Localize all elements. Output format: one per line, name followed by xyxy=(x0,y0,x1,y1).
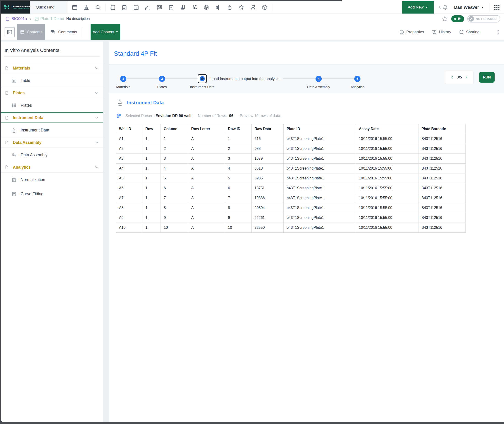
number-of-rows-value: 96 xyxy=(229,113,233,118)
table-cell: 2 xyxy=(225,144,252,154)
history-button[interactable]: History xyxy=(432,29,451,35)
table-cell: 10 xyxy=(161,223,188,233)
favorite-star-button[interactable] xyxy=(442,16,448,22)
molecule-icon[interactable] xyxy=(191,4,198,11)
step-2-plates[interactable]: 2Plates xyxy=(159,76,165,82)
quick-find-input[interactable]: Quick Find xyxy=(30,1,68,13)
analysis-chart-icon xyxy=(34,17,39,21)
table-cell: b43T1ScreeningPlate1 xyxy=(284,134,356,144)
table-cell: 22550 xyxy=(252,223,284,233)
sidebar-item-curve-fitting[interactable]: Curve Fitting xyxy=(1,187,103,201)
sidebar-section-plates[interactable]: Plates xyxy=(1,88,103,98)
table-cell: B43T112516 xyxy=(418,223,466,233)
step-connector xyxy=(322,78,354,79)
user-icon[interactable] xyxy=(250,4,256,11)
step-5-analytics[interactable]: 5Analytics xyxy=(354,76,360,82)
appbar-icon-group-primary xyxy=(68,1,105,13)
sharing-status-pill[interactable]: NOT SHARED xyxy=(467,15,500,23)
table-cell: B43T112516 xyxy=(418,183,466,193)
search-icon[interactable] xyxy=(95,4,101,11)
preview-note: Preview 10 rows of data. xyxy=(240,113,281,118)
breadcrumb-entry-link[interactable]: Plate 1 Demo xyxy=(40,17,64,21)
table-cell: A2 xyxy=(116,144,142,154)
history-icon xyxy=(432,29,437,35)
column-header: Raw Data xyxy=(252,124,284,134)
divider xyxy=(272,3,272,11)
grid-dots-icon xyxy=(12,103,17,108)
form-icon[interactable] xyxy=(72,4,78,11)
table-cell: 10/11/2016 15:55:00 xyxy=(356,213,418,223)
sidebar-item-label: Instrument Data xyxy=(21,128,49,133)
clipboard-icon[interactable] xyxy=(121,4,128,11)
file-icon xyxy=(5,66,9,70)
pager-previous-button[interactable] xyxy=(451,75,454,79)
step-label: Instrument Data xyxy=(190,85,215,89)
table-row: A313A31679b43T1ScreeningPlate110/11/2016… xyxy=(116,154,466,164)
caret-down-icon xyxy=(481,7,484,9)
step-4-data-assembly[interactable]: 4Data Assembly xyxy=(315,76,322,82)
sidebar-section-analytics[interactable]: Analytics xyxy=(1,162,103,173)
speaker-icon[interactable] xyxy=(215,4,221,11)
bell-icon xyxy=(442,4,448,10)
step-connector xyxy=(283,78,315,79)
run-button[interactable]: RUN xyxy=(479,72,495,83)
share-icon xyxy=(459,29,464,35)
bar-chart-icon[interactable] xyxy=(83,4,89,11)
tasks-icon[interactable] xyxy=(168,4,174,11)
lab-flask-icon[interactable] xyxy=(180,4,186,11)
more-options-button[interactable] xyxy=(495,29,501,35)
round-flask-icon[interactable] xyxy=(227,4,233,11)
company-logo[interactable]: HOPPER BIOPHARMA SQUASHING BUGS xyxy=(1,1,30,13)
step-3-instrument-data[interactable]: Instrument Data xyxy=(198,74,207,83)
sidebar-section-data-assembly[interactable]: Data Assembly xyxy=(1,137,103,148)
star-icon[interactable] xyxy=(238,4,245,11)
table-cell: 6 xyxy=(161,183,188,193)
properties-button[interactable]: Properties xyxy=(399,29,424,35)
step-number: 5 xyxy=(354,76,360,82)
add-content-button[interactable]: Add Content xyxy=(91,24,120,40)
message-shuffle-icon[interactable] xyxy=(156,4,163,11)
add-new-button[interactable]: Add New xyxy=(402,1,434,13)
sidebar-item-table[interactable]: Table xyxy=(1,73,103,88)
hexagon-cd-icon[interactable]: CD xyxy=(203,4,209,11)
tab-comments[interactable]: Comments xyxy=(50,29,77,35)
line-chart-icon[interactable] xyxy=(145,4,151,11)
tab-contents[interactable]: Contents xyxy=(17,24,45,40)
table-cell: 20394 xyxy=(252,203,284,213)
section-title[interactable]: Instrument Data xyxy=(127,100,164,105)
sidebar-item-normalization[interactable]: Normalization xyxy=(1,173,103,187)
calendar-icon[interactable] xyxy=(133,4,139,11)
comment-count-badge[interactable]: 0 xyxy=(451,15,464,22)
table-row: A818A820394b43T1ScreeningPlate110/11/201… xyxy=(116,203,466,213)
notebook-icon[interactable] xyxy=(110,4,116,11)
sidebar-item-data-assembly[interactable]: ⚙⚙Data Assembly xyxy=(1,148,103,162)
chevron-down-icon xyxy=(94,165,99,169)
table-grid-icon xyxy=(12,78,17,83)
sidebar-section-instrument-data[interactable]: Instrument Data xyxy=(1,112,103,123)
selected-parser-value: Envision DR 96-well xyxy=(155,113,191,118)
notifications-button[interactable]: 0 xyxy=(439,4,448,10)
step-1-materials[interactable]: 1Materials xyxy=(120,76,126,82)
window-frame-left xyxy=(0,0,1,424)
table-cell: A xyxy=(188,154,225,164)
table-cell: 3618 xyxy=(252,164,284,174)
cube-icon[interactable] xyxy=(262,4,268,11)
sidebar-item-plates[interactable]: Plates xyxy=(1,98,103,112)
table-cell: 5 xyxy=(225,174,252,183)
table-cell: 10/11/2016 15:55:00 xyxy=(356,154,418,164)
breadcrumb-project-link[interactable]: BIO001a xyxy=(12,17,27,21)
collapse-sidebar-button[interactable] xyxy=(5,27,15,37)
sharing-button[interactable]: Sharing xyxy=(459,29,479,35)
app-launcher-icon[interactable] xyxy=(493,4,500,11)
table-cell: 7 xyxy=(161,193,188,203)
sidebar-section-label: Data Assembly xyxy=(13,140,42,145)
sidebar-item-label: Normalization xyxy=(21,177,45,182)
pager-next-button[interactable] xyxy=(465,75,468,79)
sidebar-item-instrument-data[interactable]: Instrument Data xyxy=(1,123,103,137)
sidebar-section-label: Materials xyxy=(13,66,30,71)
sidebar-section-materials[interactable]: Materials xyxy=(1,63,103,73)
user-menu[interactable]: Dan Weaver xyxy=(454,5,484,10)
table-cell: 1 xyxy=(142,144,161,154)
sidebar-item-label: Data Assembly xyxy=(21,153,48,157)
project-notebook-icon xyxy=(5,17,10,21)
